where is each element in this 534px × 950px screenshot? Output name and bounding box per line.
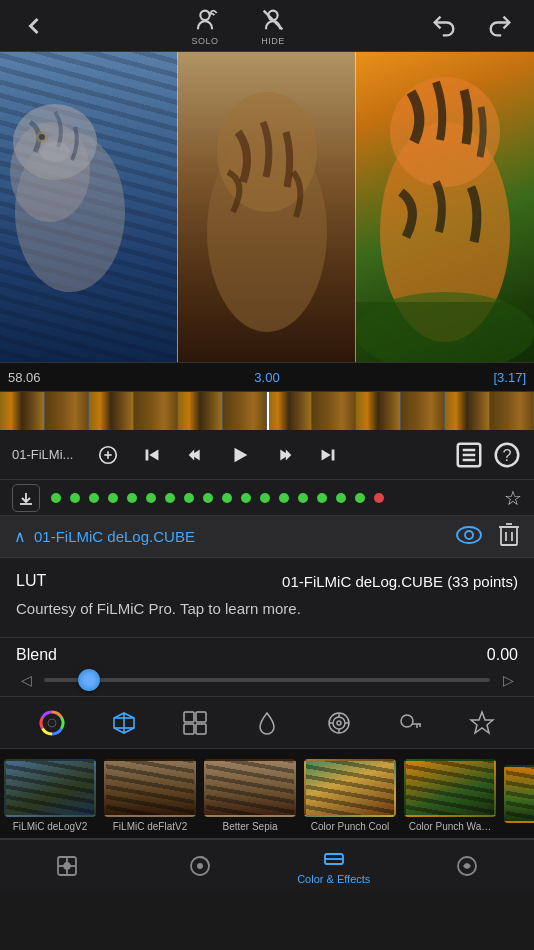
slider-right-arrow[interactable]: ▷ <box>498 672 518 688</box>
list-button[interactable] <box>454 440 484 470</box>
svg-point-37 <box>457 527 481 543</box>
grid-icon-button[interactable] <box>175 703 215 743</box>
svg-point-0 <box>200 10 209 19</box>
markers-dots <box>48 493 504 503</box>
blend-slider-track[interactable] <box>44 678 490 682</box>
blend-slider-thumb[interactable] <box>78 669 100 691</box>
spiral-icon-button[interactable] <box>319 703 359 743</box>
cube-icon-button[interactable] <box>104 703 144 743</box>
effect-name: 01-FiLMiC deLog.CUBE <box>34 528 456 545</box>
svg-point-55 <box>333 717 345 729</box>
lut-label: LUT <box>16 572 46 590</box>
thumbnail-label-4: Color Punch Cool <box>305 821 395 832</box>
marker-dot-12[interactable] <box>260 493 270 503</box>
marker-dot-8[interactable] <box>184 493 194 503</box>
svg-rect-53 <box>196 724 206 734</box>
marker-dot-1[interactable] <box>51 493 61 503</box>
next-frame-button[interactable] <box>266 437 302 473</box>
marker-dot-18[interactable] <box>374 493 384 503</box>
svg-marker-25 <box>235 447 248 462</box>
thumbnail-item-6[interactable] <box>500 761 534 827</box>
svg-rect-39 <box>501 527 517 545</box>
thumbnail-image-5 <box>404 759 496 817</box>
playback-controls: 01-FiLMi... <box>0 430 534 480</box>
audio-button[interactable] <box>160 854 240 878</box>
hide-button[interactable]: HIDE <box>259 6 287 46</box>
timeline-time-center: 3.00 <box>254 370 279 385</box>
transform-button[interactable] <box>27 854 107 878</box>
drop-icon-button[interactable] <box>247 703 287 743</box>
undo-button[interactable] <box>430 12 458 40</box>
thumbnail-item-3[interactable]: Better Sepia <box>200 755 300 832</box>
marker-dot-6[interactable] <box>146 493 156 503</box>
collapse-chevron-icon[interactable]: ∧ <box>14 527 26 546</box>
svg-rect-17 <box>356 302 534 362</box>
marker-dot-14[interactable] <box>298 493 308 503</box>
svg-rect-52 <box>184 724 194 734</box>
prev-frame-button[interactable] <box>178 437 214 473</box>
timeline-time-right: [3.17] <box>493 370 526 385</box>
lut-info: LUT 01-FiLMiC deLog.CUBE (33 points) Cou… <box>0 558 534 638</box>
blend-slider-row: ◁ ▷ <box>16 672 518 688</box>
svg-rect-29 <box>332 449 335 460</box>
effect-visibility-button[interactable] <box>456 525 482 549</box>
lut-description[interactable]: Courtesy of FiLMiC Pro. Tap to learn mor… <box>16 596 518 629</box>
marker-dot-4[interactable] <box>108 493 118 503</box>
video-panel-3 <box>356 52 534 362</box>
color-effects-button[interactable]: Color & Effects <box>294 847 374 885</box>
thumbnail-label-1: FiLMiC deLogV2 <box>5 821 95 832</box>
marker-dot-17[interactable] <box>355 493 365 503</box>
download-marker-button[interactable] <box>12 484 40 512</box>
effect-delete-button[interactable] <box>498 522 520 552</box>
top-toolbar: SOLO HIDE <box>0 0 534 52</box>
timeline-bar[interactable]: 58.06 3.00 [3.17] <box>0 362 534 392</box>
thumbnail-item-2[interactable]: FiLMiC deFlatV2 <box>100 755 200 832</box>
marker-dot-9[interactable] <box>203 493 213 503</box>
video-preview <box>0 52 534 362</box>
lut-row: LUT 01-FiLMiC deLog.CUBE (33 points) <box>16 572 518 590</box>
svg-rect-50 <box>184 712 194 722</box>
svg-point-69 <box>64 863 70 869</box>
color-wheel-icon-button[interactable] <box>32 703 72 743</box>
marker-dot-15[interactable] <box>317 493 327 503</box>
bookmark-star-button[interactable]: ☆ <box>504 486 522 510</box>
effect-actions <box>456 522 520 552</box>
redo-button[interactable] <box>486 12 514 40</box>
skip-start-button[interactable] <box>134 437 170 473</box>
back-button[interactable] <box>20 12 48 40</box>
marker-dot-10[interactable] <box>222 493 232 503</box>
marker-dot-7[interactable] <box>165 493 175 503</box>
marker-dot-2[interactable] <box>70 493 80 503</box>
slider-left-arrow[interactable]: ◁ <box>16 672 36 688</box>
marker-dot-3[interactable] <box>89 493 99 503</box>
thumbnails-row: FiLMiC deLogV2 FiLMiC deFlatV2 Better Se… <box>0 749 534 839</box>
key-icon-button[interactable] <box>390 703 430 743</box>
undo-redo <box>430 12 514 40</box>
thumbnail-item-1[interactable]: FiLMiC deLogV2 <box>0 755 100 832</box>
svg-marker-28 <box>322 449 331 460</box>
marker-dot-16[interactable] <box>336 493 346 503</box>
thumbnail-item-5[interactable]: Color Punch Wa… <box>400 755 500 832</box>
solo-button[interactable]: SOLO <box>191 6 219 46</box>
help-button[interactable]: ? <box>492 440 522 470</box>
svg-rect-10 <box>0 52 178 362</box>
filmstrip[interactable] <box>0 392 534 430</box>
thumbnail-image-3 <box>204 759 296 817</box>
svg-rect-13 <box>178 52 356 362</box>
thumbnail-item-4[interactable]: Color Punch Cool <box>300 755 400 832</box>
thumbnail-label-3: Better Sepia <box>205 821 295 832</box>
add-layer-button[interactable] <box>90 437 126 473</box>
effect-icons-row <box>0 697 534 749</box>
star-icon-button[interactable] <box>462 703 502 743</box>
marker-dot-13[interactable] <box>279 493 289 503</box>
thumbnail-image-4 <box>304 759 396 817</box>
svg-marker-65 <box>471 712 493 733</box>
skip-end-button[interactable] <box>310 437 346 473</box>
marker-dot-5[interactable] <box>127 493 137 503</box>
effect-row: ∧ 01-FiLMiC deLog.CUBE <box>0 516 534 558</box>
svg-point-61 <box>401 715 413 727</box>
svg-point-38 <box>465 531 473 539</box>
play-button[interactable] <box>222 437 258 473</box>
filters-button[interactable] <box>427 854 507 878</box>
marker-dot-11[interactable] <box>241 493 251 503</box>
